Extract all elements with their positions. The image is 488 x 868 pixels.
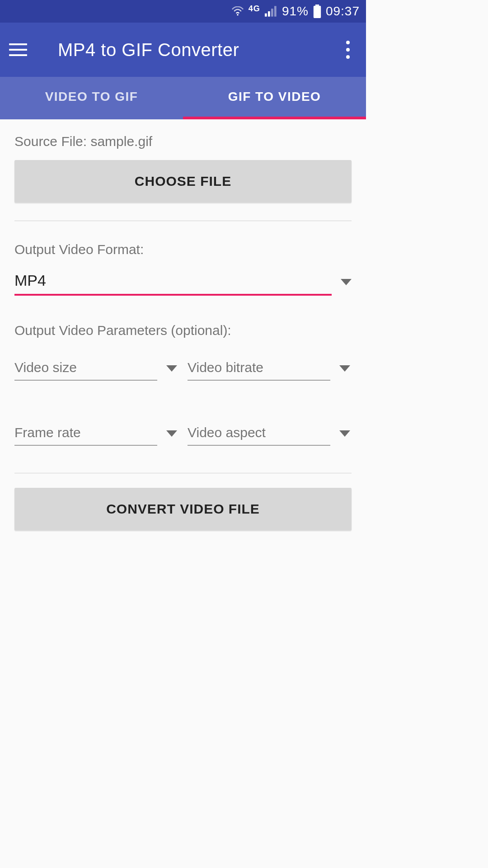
overflow-menu-icon[interactable] — [339, 41, 357, 59]
choose-file-button[interactable]: CHOOSE FILE — [14, 160, 352, 203]
battery-text: 91% — [282, 4, 309, 19]
chevron-down-icon — [341, 279, 352, 285]
svg-rect-4 — [274, 6, 277, 16]
tab-bar: VIDEO TO GIF GIF TO VIDEO — [0, 77, 366, 119]
output-format-value: MP4 — [14, 272, 46, 289]
svg-rect-6 — [314, 6, 321, 18]
dropdown-value: Video aspect — [188, 425, 266, 440]
output-params-label: Output Video Parameters (optional): — [14, 323, 352, 338]
tab-label: VIDEO TO GIF — [45, 90, 138, 104]
tab-label: GIF TO VIDEO — [228, 90, 321, 104]
dropdown-value: Video size — [14, 360, 77, 375]
svg-rect-2 — [268, 11, 270, 17]
signal-icon — [265, 6, 277, 17]
svg-rect-5 — [315, 5, 319, 6]
frame-rate-dropdown[interactable]: Frame rate — [14, 421, 177, 446]
dropdown-value: Frame rate — [14, 425, 81, 440]
svg-rect-1 — [265, 14, 267, 17]
network-type: 4G — [249, 4, 260, 14]
video-size-dropdown[interactable]: Video size — [14, 356, 177, 381]
hamburger-icon[interactable] — [9, 39, 31, 61]
svg-rect-3 — [271, 9, 273, 16]
dropdown-value: Video bitrate — [188, 360, 263, 375]
divider — [14, 221, 352, 221]
app-title: MP4 to GIF Converter — [31, 40, 339, 60]
wifi-icon — [231, 6, 244, 16]
tab-gif-to-video[interactable]: GIF TO VIDEO — [183, 77, 366, 119]
divider — [14, 473, 352, 473]
clock-text: 09:37 — [326, 4, 360, 19]
output-format-dropdown[interactable]: MP4 — [14, 268, 352, 296]
main-content: Source File: sample.gif CHOOSE FILE Outp… — [0, 119, 366, 488]
status-bar: 4G 91% 09:37 — [0, 0, 366, 23]
output-format-label: Output Video Format: — [14, 242, 352, 257]
svg-point-0 — [237, 14, 239, 16]
chevron-down-icon — [166, 365, 177, 372]
battery-icon — [313, 5, 321, 18]
app-bar: MP4 to GIF Converter — [0, 23, 366, 77]
chevron-down-icon — [339, 430, 350, 437]
tab-video-to-gif[interactable]: VIDEO TO GIF — [0, 77, 183, 119]
convert-button[interactable]: CONVERT VIDEO FILE — [14, 488, 352, 530]
source-file-label: Source File: sample.gif — [14, 134, 352, 149]
chevron-down-icon — [339, 365, 350, 372]
chevron-down-icon — [166, 430, 177, 437]
video-aspect-dropdown[interactable]: Video aspect — [188, 421, 350, 446]
video-bitrate-dropdown[interactable]: Video bitrate — [188, 356, 350, 381]
